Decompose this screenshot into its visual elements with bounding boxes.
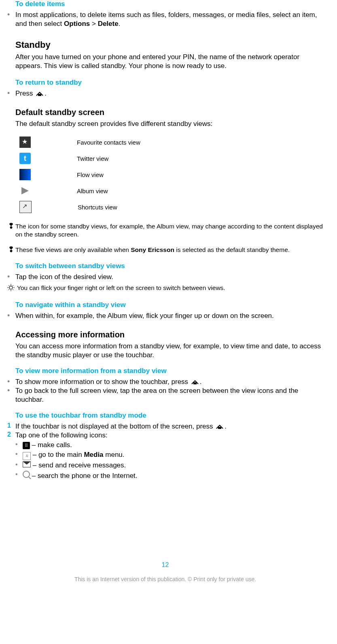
row-label: Album view (77, 188, 108, 194)
important-icon: ❢ (6, 222, 15, 230)
note-icon-changes: ❢ The icon for some standby views, for e… (6, 222, 325, 239)
shortcuts-icon (19, 201, 32, 213)
row-flow: Flow view (19, 166, 325, 183)
step-number: 2 (7, 431, 15, 438)
heading-touchbar: To use the touchbar from standby mode (15, 412, 325, 420)
tip-text: You can flick your finger right or left … (15, 284, 225, 292)
bullet-text: To show more information or to show the … (15, 377, 202, 386)
touchbar-item-media: • ♫ – go to the main Media menu. (15, 450, 325, 460)
bullet-return: • Press . (7, 89, 325, 98)
row-twitter: t Twitter view (19, 150, 325, 166)
bullet-dot: • (7, 386, 15, 395)
bullet-dot: • (7, 89, 15, 97)
envelope-icon (23, 461, 31, 467)
step-number: 1 (7, 422, 15, 429)
tip-icon (6, 284, 15, 293)
bullet-text: To go back to the full screen view, tap … (15, 386, 325, 404)
heading-navigate: To navigate within a standby view (15, 301, 325, 309)
heading-accessing-info: Accessing more information (15, 330, 325, 339)
svg-line-9 (8, 289, 9, 290)
tip-flick: You can flick your finger right or left … (6, 284, 325, 293)
text-default-intro: The default standby screen provides five… (15, 119, 325, 128)
note-theme: ❢ These five views are only available wh… (6, 246, 325, 254)
album-icon (19, 185, 31, 196)
step-text: If the touchbar is not displayed at the … (15, 422, 227, 431)
bullet-dot: • (15, 441, 23, 448)
bullet-dot: • (7, 273, 15, 281)
step-2: 2 Tap one of the following icons: (7, 431, 325, 440)
item-text: – send and receive messages. (23, 461, 126, 470)
note-text: The icon for some standby views, for exa… (15, 222, 325, 239)
svg-line-6 (8, 285, 9, 286)
search-icon (23, 471, 30, 478)
flow-icon (19, 169, 31, 180)
svg-rect-11 (218, 427, 221, 429)
favourite-contacts-icon (19, 136, 31, 148)
important-icon: ❢ (6, 246, 15, 253)
touchbar-item-call: • ⠿ – make calls. (15, 441, 325, 450)
svg-point-1 (9, 286, 13, 289)
footer-text: This is an Internet version of this publ… (6, 576, 325, 582)
dialpad-icon: ⠿ (23, 442, 30, 449)
bullet-fullscreen: • To go back to the full screen view, ta… (7, 386, 325, 404)
twitter-icon: t (19, 153, 31, 164)
home-key-icon (36, 92, 44, 96)
heading-delete-items: To delete items (15, 0, 325, 8)
bullet-dot: • (7, 311, 15, 320)
note-text: These five views are only available when… (15, 246, 290, 254)
bullet-text: Tap the icon of the desired view. (15, 273, 113, 281)
touchbar-item-messages: • – send and receive messages. (15, 461, 325, 470)
heading-return-standby: To return to standby (15, 79, 325, 87)
item-text: ⠿ – make calls. (23, 441, 72, 450)
bullet-dot: • (15, 461, 23, 468)
heading-view-more: To view more information from a standby … (15, 367, 325, 375)
svg-line-8 (13, 285, 13, 286)
svg-rect-10 (193, 382, 197, 384)
page-number: 12 (6, 561, 325, 569)
bullet-dot: • (7, 377, 15, 386)
home-key-icon (191, 380, 199, 385)
step-text: Tap one of the following icons: (15, 431, 108, 440)
heading-switch-views: To switch between standby views (15, 262, 325, 270)
row-label: Shortcuts view (78, 204, 117, 211)
item-text: ♫ – go to the main Media menu. (23, 450, 125, 460)
svg-line-7 (13, 289, 13, 290)
row-favourite-contacts: Favourite contacts view (19, 134, 325, 150)
text-standby: After you have turned on your phone and … (15, 53, 325, 70)
standby-views-table: Favourite contacts view t Twitter view F… (19, 134, 325, 215)
step-1: 1 If the touchbar is not displayed at th… (7, 422, 325, 431)
text-accessing-info: You can access more information from a s… (15, 342, 325, 360)
heading-standby: Standby (15, 40, 325, 50)
bullet-dot: • (7, 11, 15, 19)
item-text: – search the phone or the Internet. (23, 471, 138, 480)
heading-default-standby-screen: Default standby screen (15, 108, 325, 117)
home-key-icon (216, 424, 224, 429)
bullet-text: In most applications, to delete items su… (15, 11, 325, 28)
touchbar-item-search: • – search the phone or the Internet. (15, 471, 325, 480)
row-label: Flow view (77, 171, 104, 178)
bullet-dot: • (15, 450, 23, 458)
bullet-show-touchbar: • To show more information or to show th… (7, 377, 325, 386)
bullet-delete: • In most applications, to delete items … (7, 11, 325, 28)
bullet-text: When within, for example, the Album view… (15, 311, 274, 320)
row-label: Favourite contacts view (77, 139, 140, 146)
bullet-text: Press . (15, 89, 47, 98)
bullet-dot: • (15, 471, 23, 478)
bullet-navigate: • When within, for example, the Album vi… (7, 311, 325, 320)
row-album: Album view (19, 183, 325, 199)
bullet-switch: • Tap the icon of the desired view. (7, 273, 325, 281)
svg-rect-0 (38, 94, 41, 96)
row-label: Twitter view (77, 155, 108, 162)
row-shortcuts: Shortcuts view (19, 199, 325, 215)
media-icon: ♫ (23, 452, 31, 460)
